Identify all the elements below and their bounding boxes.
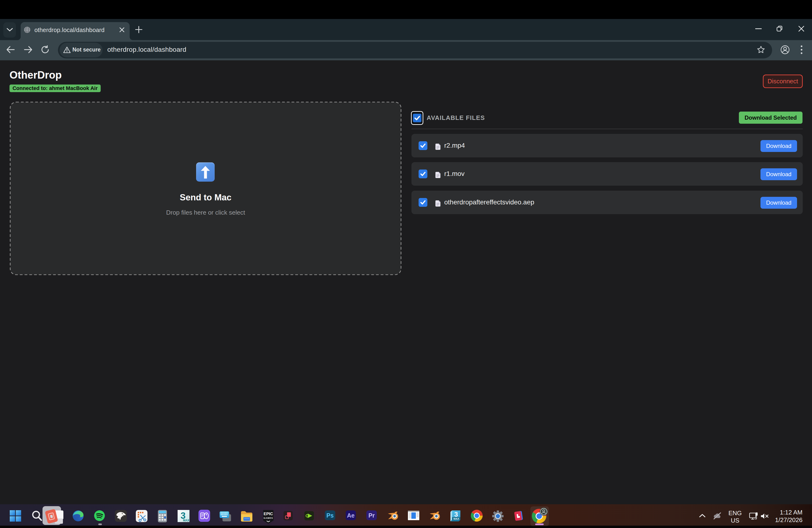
- svg-text:Pr: Pr: [368, 512, 375, 519]
- svg-text:MAX: MAX: [183, 519, 189, 522]
- svg-text:Ps: Ps: [327, 512, 334, 519]
- svg-text:GAMES: GAMES: [263, 517, 273, 519]
- svg-text:EPIC: EPIC: [263, 512, 273, 516]
- svg-text:3: 3: [454, 511, 458, 518]
- svg-text:Ae: Ae: [347, 512, 355, 519]
- svg-text:MAX: MAX: [453, 517, 460, 520]
